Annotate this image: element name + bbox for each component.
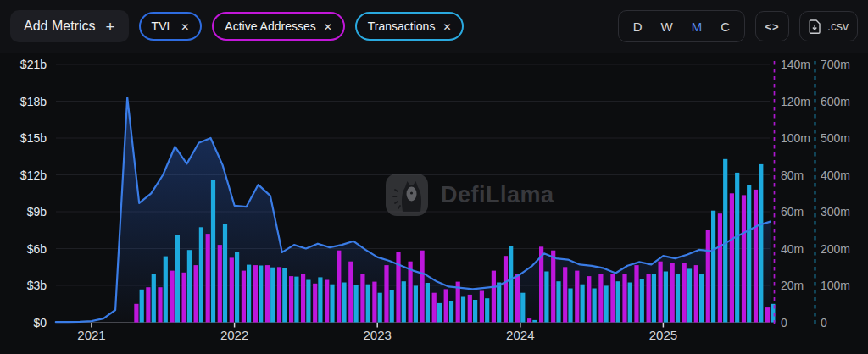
embed-button[interactable]: <> <box>755 11 789 41</box>
transactions-bar <box>402 281 406 322</box>
active-addresses-bar <box>622 274 626 323</box>
active-addresses-bar <box>670 263 675 323</box>
transactions-bar <box>497 283 501 323</box>
active-addresses-bar <box>218 245 222 322</box>
active-addresses-axis-label: 40m <box>781 242 804 256</box>
transactions-bar <box>390 290 394 322</box>
plus-icon: + <box>105 19 114 35</box>
transactions-bar <box>270 268 275 323</box>
transactions-bar <box>747 185 751 323</box>
transactions-axis-label: 600m <box>821 95 850 108</box>
transactions-bar <box>449 301 453 323</box>
transactions-bar <box>520 293 525 323</box>
active-addresses-bar <box>659 262 663 323</box>
transactions-bar <box>556 281 560 322</box>
x-axis-year-label: 2022 <box>220 328 248 342</box>
active-addresses-bar <box>444 289 448 322</box>
active-addresses-bar <box>265 265 270 322</box>
remove-icon[interactable]: ✕ <box>181 21 189 32</box>
active-addresses-bar <box>313 284 317 323</box>
transactions-bar <box>378 293 382 323</box>
tvl-axis-label: $0 <box>33 316 47 329</box>
active-addresses-axis-label: 20m <box>781 279 804 292</box>
active-addresses-axis-label: 80m <box>781 169 804 182</box>
transactions-bar <box>581 285 585 323</box>
transactions-bar <box>640 279 644 323</box>
transactions-axis-label: 700m <box>821 58 850 71</box>
active-addresses-bar <box>634 265 638 322</box>
active-addresses-bar <box>551 251 555 323</box>
transactions-bar <box>687 268 692 322</box>
active-addresses-axis-label: 60m <box>781 205 804 218</box>
transactions-bar <box>366 285 370 323</box>
tvl-axis-label: $12b <box>20 169 47 182</box>
transactions-bar <box>473 300 477 323</box>
add-metrics-button[interactable]: Add Metrics + <box>10 10 129 42</box>
active-addresses-bar <box>706 230 710 323</box>
transactions-axis-label: 400m <box>821 169 850 182</box>
transactions-bar <box>414 285 418 322</box>
range-monthly-button[interactable]: M <box>682 19 712 34</box>
active-addresses-bar <box>146 287 150 322</box>
transactions-bar <box>616 281 620 322</box>
transactions-bar <box>735 173 739 323</box>
metric-pill-transactions: Transactions ✕ <box>355 12 465 41</box>
active-addresses-bar <box>598 274 603 323</box>
tvl-axis-label: $9b <box>27 205 47 218</box>
transactions-bar <box>318 277 322 322</box>
transactions-bar <box>294 277 298 323</box>
toolbar: Add Metrics + TVL ✕ Active Addresses ✕ T… <box>0 0 868 53</box>
x-axis-year-label: 2023 <box>364 328 392 342</box>
range-weekly-button[interactable]: W <box>652 19 682 34</box>
range-daily-button[interactable]: D <box>624 19 652 34</box>
chart-canvas[interactable]: 20212022202320242025$21b$18b$15b$12b$9b$… <box>0 0 868 354</box>
active-addresses-bar <box>360 274 364 323</box>
active-addresses-bar <box>158 287 162 322</box>
transactions-bar <box>426 283 430 323</box>
active-addresses-bar <box>480 291 484 323</box>
x-axis-year-label: 2025 <box>649 328 677 342</box>
active-addresses-bar <box>396 252 400 323</box>
transactions-bar <box>211 180 215 323</box>
remove-icon[interactable]: ✕ <box>324 21 332 32</box>
active-addresses-bar <box>610 274 615 323</box>
active-addresses-bar <box>682 263 687 323</box>
transactions-axis-label: 300m <box>821 205 850 218</box>
transactions-bar <box>164 257 168 323</box>
transactions-bar <box>306 280 310 323</box>
active-addresses-axis-label: 100m <box>781 131 810 145</box>
tvl-axis-label: $3b <box>27 279 47 292</box>
active-addresses-bar <box>694 265 698 322</box>
transactions-bar <box>140 290 144 323</box>
tvl-axis-label: $21b <box>20 58 47 71</box>
csv-label: .csv <box>827 19 849 33</box>
active-addresses-bar <box>420 251 425 323</box>
active-addresses-bar <box>194 265 198 322</box>
download-csv-button[interactable]: .csv <box>799 11 858 41</box>
add-metrics-label: Add Metrics <box>24 19 95 34</box>
x-axis-year-label: 2024 <box>506 328 534 342</box>
active-addresses-bar <box>515 274 520 323</box>
range-cumulative-button[interactable]: C <box>711 19 739 34</box>
active-addresses-bar <box>182 273 186 323</box>
transactions-bar <box>342 283 346 323</box>
transactions-bar <box>152 274 156 323</box>
transactions-bar <box>723 159 727 323</box>
transactions-bar <box>235 252 239 323</box>
transactions-bar <box>509 246 513 323</box>
remove-icon[interactable]: ✕ <box>442 21 451 32</box>
transactions-bar <box>437 303 442 323</box>
transactions-bar <box>628 283 632 323</box>
active-addresses-bar <box>134 304 138 323</box>
tvl-axis-label: $15b <box>20 131 47 145</box>
active-addresses-bar <box>348 262 353 323</box>
active-addresses-bar <box>587 276 591 322</box>
active-addresses-bar <box>492 271 496 323</box>
transactions-bar <box>175 235 180 323</box>
transactions-bar <box>282 268 287 323</box>
transactions-axis-label: 0 <box>821 316 827 329</box>
active-addresses-bar <box>372 282 376 323</box>
embed-code-icon: <> <box>765 20 780 33</box>
transactions-bar <box>223 224 227 323</box>
transactions-bar <box>532 320 537 323</box>
